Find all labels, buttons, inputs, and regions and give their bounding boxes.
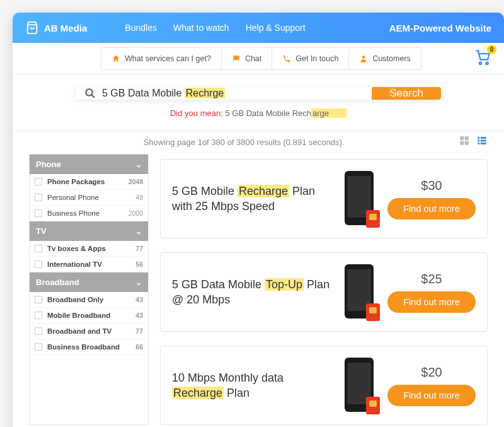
checkbox-icon[interactable] [35,327,42,335]
facet-label: Broadband Only [47,296,103,303]
checkbox-icon[interactable] [35,260,42,268]
search-button[interactable]: Search [372,87,441,100]
checkbox-icon[interactable] [35,343,42,351]
result-card: 5 GB Mobile Recharge Plan with 25 Mbps S… [160,159,488,238]
app-window: AB Media Bundles What to watch Help & Su… [13,13,504,427]
facet-head[interactable]: Broadband⌄ [30,272,148,292]
subnav-get-in-touch[interactable]: Get In touch [272,48,349,69]
search-icon [84,88,96,99]
facet-sidebar: Phone⌄Phone Packages2048Personal Phone48… [29,154,149,425]
facet-label: Business Broadband [47,343,120,351]
sim-icon [366,397,380,414]
subnav-label: Get In touch [295,54,338,63]
facet-title: Broadband [36,278,79,287]
checkbox-icon[interactable] [35,209,42,217]
price: $20 [387,365,476,380]
find-out-more-button[interactable]: Find out more [387,291,476,313]
results-list: 5 GB Mobile Recharge Plan with 25 Mbps S… [160,154,488,425]
header: AB Media Bundles What to watch Help & Su… [13,13,504,43]
top-nav: Bundles What to watch Help & Support [125,23,305,33]
result-highlight: Top-Up [265,278,304,291]
search-area: 5 GB Data Mobile Rechrge Search Did you … [13,74,504,131]
facet-count: 66 [135,343,143,351]
chevron-down-icon: ⌄ [135,227,142,236]
facet-item[interactable]: International TV56 [30,257,148,272]
facet-count: 48 [135,194,143,201]
facet-item[interactable]: Broadband and TV77 [30,324,148,339]
subnav: What services can I get? Chat Get In tou… [13,43,504,74]
dym-text: 5 GB Data Mobile Recharge [225,108,346,118]
search-value-highlight: Rechrge [185,88,225,98]
subnav-customers[interactable]: Customers [349,48,420,69]
nav-bundles[interactable]: Bundles [125,23,157,33]
facet-label: Mobile Broadband [47,312,110,319]
price: $25 [387,272,476,286]
facet-item[interactable]: Personal Phone48 [30,190,148,206]
facet-head[interactable]: Phone⌄ [30,155,148,174]
search-value: 5 GB Data Mobile Rechrge [102,88,225,99]
svg-point-1 [479,62,482,64]
chevron-down-icon: ⌄ [135,160,142,169]
search-input-wrap[interactable]: 5 GB Data Mobile Rechrge [76,87,372,100]
svg-rect-8 [478,137,479,139]
search-value-prefix: 5 GB Data Mobile [102,88,185,98]
meta-row: Showing page 1of 380 of 3800 results (0.… [13,131,504,149]
result-title: 10 Mbps Monthly data Recharge Plan [172,370,333,401]
svg-rect-13 [481,143,486,144]
sim-icon [366,303,380,321]
brand[interactable]: AB Media [25,21,87,35]
price-column: $30Find out more [387,178,476,219]
chevron-down-icon: ⌄ [135,278,142,287]
facet-count: 43 [135,296,143,303]
subnav-label: Customers [372,54,410,63]
nav-what-to-watch[interactable]: What to watch [173,23,229,33]
view-toggle [459,135,488,149]
did-you-mean[interactable]: Did you mean: 5 GB Data Mobile Recharge [76,108,441,118]
svg-rect-10 [478,140,479,142]
list-view-icon[interactable] [476,135,488,149]
facet-count: 2048 [129,178,143,185]
phone-image [345,264,376,320]
svg-rect-9 [481,137,486,139]
dym-label: Did you mean: [170,108,223,118]
facet-item[interactable]: Mobile Broadband43 [30,308,148,324]
home-icon [112,54,120,63]
checkbox-icon[interactable] [35,296,42,303]
checkbox-icon[interactable] [35,245,42,252]
subnav-chat[interactable]: Chat [222,48,272,69]
nav-help-support[interactable]: Help & Support [246,23,306,33]
facet-item[interactable]: Business Phone2000 [30,206,148,221]
facet-count: 43 [135,312,143,319]
svg-rect-4 [460,136,464,140]
facet-label: Personal Phone [47,194,99,201]
subnav-services[interactable]: What services can I get? [101,48,222,69]
user-icon [359,54,368,63]
facet-label: Tv boxes & Apps [47,245,106,252]
phone-icon [282,54,291,63]
searchbar: 5 GB Data Mobile Rechrge Search [76,87,441,100]
svg-point-3 [86,89,93,96]
facet-item[interactable]: Tv boxes & Apps77 [30,241,148,257]
checkbox-icon[interactable] [35,178,42,185]
phone-image [345,358,376,413]
checkbox-icon[interactable] [35,194,42,201]
result-highlight: Recharge [238,185,289,197]
phone-image [345,171,376,226]
subnav-group: What services can I get? Chat Get In tou… [101,47,421,70]
result-card: 5 GB Data Mobile Top-Up Plan @ 20 Mbps$2… [160,252,488,332]
facet-title: Phone [36,160,61,169]
facet-count: 56 [135,260,143,268]
facet-label: Broadband and TV [47,327,112,335]
cart-button[interactable]: 0 [474,49,491,69]
facet-item[interactable]: Broadband Only43 [30,292,148,308]
grid-view-icon[interactable] [459,135,470,149]
facet-item[interactable]: Business Broadband66 [30,339,148,355]
find-out-more-button[interactable]: Find out more [387,385,476,406]
facet-head[interactable]: TV⌄ [30,221,148,241]
facet-label: International TV [47,260,102,268]
content: Phone⌄Phone Packages2048Personal Phone48… [13,149,504,427]
checkbox-icon[interactable] [35,312,42,319]
svg-point-0 [362,56,365,59]
find-out-more-button[interactable]: Find out more [387,198,476,219]
facet-item[interactable]: Phone Packages2048 [30,174,148,190]
